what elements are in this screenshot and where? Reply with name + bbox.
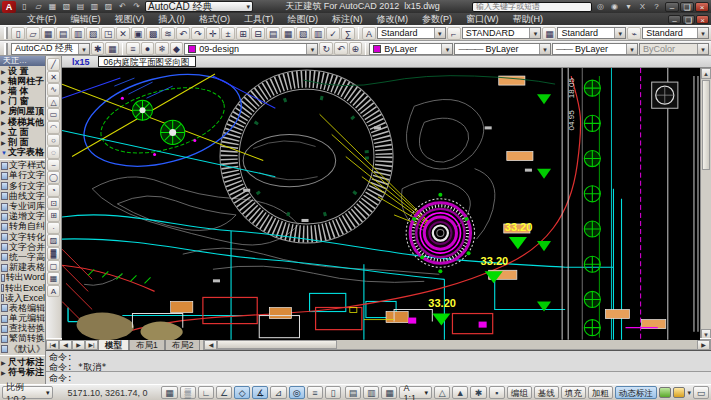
tab-model[interactable]: 模型 [98, 339, 129, 350]
paste-icon[interactable]: ▩ [146, 27, 160, 40]
dropdown-caret-icon[interactable]: ▾ [623, 2, 634, 11]
quick-view-drawings-icon[interactable]: ▦ [381, 386, 397, 399]
workspace-save-icon[interactable]: ▦ [105, 42, 119, 55]
menu-item[interactable]: 工具(T) [237, 13, 281, 25]
save-icon[interactable]: ▦ [46, 1, 59, 12]
command-input[interactable]: 命令: [46, 372, 711, 384]
tarch-status-button[interactable]: 基线 [534, 386, 559, 399]
table-style-dropdown[interactable]: Standard ▾ [557, 27, 626, 39]
vertical-scrollbar[interactable]: ▲ ▼ [700, 68, 711, 340]
tarch-status-button[interactable]: 动态标注 [615, 386, 657, 399]
ellipse-arc-icon[interactable]: ◔ [47, 184, 60, 197]
quickcalc-icon[interactable]: ∑ [341, 27, 355, 40]
menu-item[interactable]: 绘图(D) [281, 13, 326, 25]
lwt-toggle[interactable]: ≡ [307, 386, 323, 399]
command-history[interactable]: 命令:命令: *取消* [46, 351, 711, 372]
horizontal-scrollbar[interactable]: ◀ ▶ [203, 339, 711, 350]
zoom-previous-icon[interactable]: ⊟ [251, 27, 265, 40]
toolbar-grip[interactable] [4, 43, 8, 55]
linetype-dropdown[interactable]: ——— ByLayer ▾ [454, 43, 551, 55]
status-menu-caret-icon[interactable]: ▾ [687, 389, 691, 397]
doc-minimize-button[interactable]: – [668, 15, 681, 24]
workspace-switch-icon[interactable]: ✱ [470, 386, 486, 399]
horizontal-scroll-thumb[interactable] [217, 340, 337, 349]
new-icon[interactable]: ▯ [11, 27, 25, 40]
polygon-icon[interactable]: △ [47, 96, 60, 109]
osnap-toggle[interactable]: ◇ [234, 386, 250, 399]
line-icon[interactable]: ╱ [47, 58, 60, 71]
toolbar-lock-icon[interactable]: ▪ [489, 386, 505, 399]
tool-palettes-icon[interactable]: ▧ [296, 27, 310, 40]
dim-style-dropdown[interactable]: STANDARD ▾ [462, 27, 542, 39]
hatch-icon[interactable]: ▨ [47, 234, 60, 247]
layout-nav-button[interactable]: |◀ [46, 340, 59, 350]
zoom-window-icon[interactable]: ⊞ [236, 27, 250, 40]
polyline-icon[interactable]: ∿ [47, 83, 60, 96]
designcenter-icon[interactable]: ▦ [281, 27, 295, 40]
mtext-icon[interactable]: A [47, 285, 60, 298]
properties-icon[interactable]: ▤ [266, 27, 280, 40]
layer-previous-icon[interactable]: ↶ [334, 42, 348, 55]
autocad-logo-icon[interactable]: A [2, 1, 16, 13]
model-space-icon[interactable]: ▤ [345, 386, 361, 399]
sheet-set-manager-icon[interactable]: ▥ [311, 27, 325, 40]
sign-in-icon[interactable]: ◉ [609, 2, 620, 11]
help-icon[interactable]: ? [651, 2, 662, 11]
insert-block-icon[interactable]: ⊡ [47, 197, 60, 210]
coordinate-display[interactable]: 5171.10, 3261.74, 0 [55, 388, 159, 398]
doc-restore-button[interactable]: ❏ [682, 15, 695, 24]
plot-preview-icon[interactable]: ▥ [88, 1, 101, 12]
menu-item[interactable]: 格式(O) [192, 13, 237, 25]
layer-states-icon[interactable]: ⊕ [349, 42, 363, 55]
ortho-toggle[interactable]: ∟ [198, 386, 214, 399]
revcloud-icon[interactable]: ◌ [47, 146, 60, 159]
menu-item[interactable]: 参数(P) [415, 13, 459, 25]
3ddwf-icon[interactable]: ◳ [101, 27, 115, 40]
scroll-left-icon[interactable]: ◀ [204, 340, 217, 350]
zoom-realtime-icon[interactable]: ± [221, 27, 235, 40]
mleader-style-icon[interactable]: ⌁ [627, 27, 641, 40]
construction-line-icon[interactable]: ✕ [47, 71, 60, 84]
redo-icon[interactable]: ↷ [191, 27, 205, 40]
scroll-right-icon[interactable]: ▶ [697, 340, 710, 350]
publish-icon[interactable]: ▨ [86, 27, 100, 40]
plot-icon[interactable]: ▤ [56, 27, 70, 40]
undo-icon[interactable]: ↶ [116, 1, 129, 12]
menu-item[interactable]: 视图(V) [108, 13, 152, 25]
redo-icon[interactable]: ↷ [130, 1, 143, 12]
mleader-style-dropdown[interactable]: Standard ▾ [642, 27, 709, 39]
sidebar-command-item[interactable]: 《默认》 [0, 344, 45, 354]
layer-dropdown[interactable]: 09-design ▾ [184, 43, 318, 55]
sidebar-group-item[interactable]: ▶ 符号标注 [0, 367, 45, 377]
tab-layout1[interactable]: 布局1 [129, 339, 165, 350]
minimize-button[interactable]: – [665, 2, 679, 12]
plot-icon[interactable]: ▤ [74, 1, 87, 12]
qp-toggle[interactable]: ▯ [325, 386, 341, 399]
sidebar-group-item-expanded[interactable]: ▼ 文字表格 [0, 148, 45, 158]
layout-nav-button[interactable]: ▶ [72, 340, 85, 350]
region-icon[interactable]: ▢ [47, 260, 60, 273]
grid-toggle[interactable]: ▒ [180, 386, 196, 399]
exchange-apps-icon[interactable]: X [637, 2, 648, 11]
scroll-up-icon[interactable]: ▲ [701, 68, 711, 79]
toolbar-grip[interactable] [4, 27, 8, 39]
open-icon[interactable]: ▱ [32, 1, 45, 12]
copy-icon[interactable]: ▣ [131, 27, 145, 40]
tarch-day-icon[interactable] [659, 387, 671, 398]
vertical-scroll-thumb[interactable] [702, 80, 710, 170]
point-icon[interactable]: · [47, 222, 60, 235]
menu-item[interactable]: 文件(F) [20, 13, 64, 25]
circle-icon[interactable]: ○ [47, 134, 60, 147]
table-icon[interactable]: ▦ [47, 272, 60, 285]
annotation-visibility-icon[interactable]: △ [434, 386, 450, 399]
layer-on-icon[interactable]: ● [141, 42, 155, 55]
restore-button[interactable]: ❏ [680, 2, 694, 12]
annotation-scale-button[interactable]: A 1:1 ▾ [399, 386, 432, 399]
close-button[interactable]: × [695, 2, 709, 12]
save-icon[interactable]: ▦ [41, 27, 55, 40]
workspace-dropdown[interactable]: AutoCAD 经典 ▾ [11, 43, 90, 55]
drawing-tab[interactable]: lx15 [66, 57, 96, 67]
spline-icon[interactable]: ~ [47, 159, 60, 172]
markup-set-manager-icon[interactable]: ✓ [326, 27, 340, 40]
text-style-icon[interactable]: A [362, 27, 376, 40]
